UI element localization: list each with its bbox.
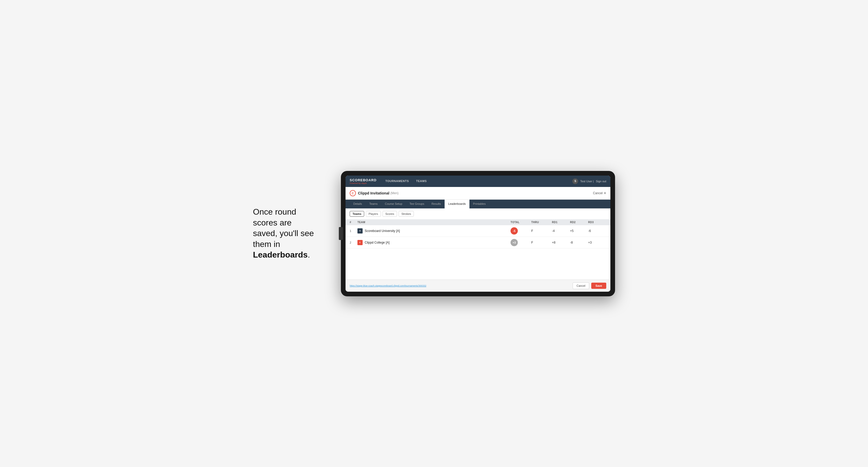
- user-name: Test User |: [580, 180, 594, 183]
- col-team: TEAM: [358, 221, 510, 224]
- desc-line4: them in: [253, 240, 280, 249]
- row1-rank: 1: [350, 229, 358, 232]
- row2-team-cell: C Clippd College [A]: [358, 240, 510, 245]
- row1-total: -5: [510, 227, 531, 235]
- row1-team-name: Scoreboard University [A]: [365, 229, 400, 233]
- url-bar: https://stage-blue-coach.stagescoreboard…: [350, 284, 570, 287]
- row2-team-name: Clippd College [A]: [365, 241, 390, 244]
- tablet-device: SCOREBOARD Powered by clippd TOURNAMENTS…: [341, 171, 615, 296]
- tab-printables[interactable]: Printables: [469, 199, 489, 209]
- table-header: # TEAM TOTAL THRU RD1 RD2 RD3: [345, 219, 610, 225]
- nav-teams[interactable]: TEAMS: [412, 176, 430, 187]
- desc-line5-end: .: [308, 250, 310, 259]
- table-row: 2 C Clippd College [A] +3 F +8 -8 +3: [345, 237, 610, 249]
- logo-subtitle: Powered by clippd: [350, 182, 377, 184]
- filter-row: Teams Players Scores Strokes: [345, 209, 610, 219]
- row2-score-badge: +3: [510, 239, 518, 246]
- tab-leaderboards[interactable]: Leaderboards: [444, 199, 469, 209]
- bottom-footer: https://stage-blue-coach.stagescoreboard…: [345, 280, 610, 292]
- col-rd2: RD2: [570, 221, 588, 224]
- footer-cancel-button[interactable]: Cancel: [572, 282, 589, 289]
- row2-team-logo: C: [358, 240, 363, 245]
- row2-rd1: +8: [552, 241, 570, 244]
- row1-rd2: +5: [570, 229, 588, 233]
- logo-title: SCOREBOARD: [350, 178, 377, 182]
- tab-course-setup[interactable]: Course Setup: [381, 199, 406, 209]
- header-cancel-label: Cancel: [593, 191, 602, 195]
- tournament-name: Clippd Invitational: [358, 191, 389, 195]
- desc-line3: saved, you'll see: [253, 228, 314, 238]
- close-icon: ✕: [604, 191, 606, 195]
- avatar: S: [572, 179, 578, 184]
- row2-thru: F: [531, 241, 552, 244]
- row1-team-logo: S: [358, 228, 363, 234]
- left-description: Once round scores are saved, you'll see …: [253, 207, 326, 260]
- sub-navigation: Details Teams Course Setup Tee Groups Re…: [345, 199, 610, 209]
- tournament-header: C Clippd Invitational (Men) Cancel ✕: [345, 187, 610, 199]
- tab-results[interactable]: Results: [428, 199, 444, 209]
- leaderboard-table: # TEAM TOTAL THRU RD1 RD2 RD3 1 S Scoreb…: [345, 219, 610, 249]
- top-navigation: SCOREBOARD Powered by clippd TOURNAMENTS…: [345, 176, 610, 187]
- row2-total: +3: [510, 239, 531, 246]
- tournament-icon: C: [350, 190, 356, 196]
- row1-thru: F: [531, 229, 552, 233]
- row1-rd3: -6: [588, 229, 606, 233]
- tournament-gender: (Men): [390, 191, 398, 195]
- app-logo: SCOREBOARD Powered by clippd: [350, 178, 377, 184]
- tab-teams[interactable]: Teams: [366, 199, 381, 209]
- filter-players[interactable]: Players: [366, 211, 381, 217]
- filter-strokes[interactable]: Strokes: [399, 211, 414, 217]
- col-thru: THRU: [531, 221, 552, 224]
- desc-line2: scores are: [253, 218, 291, 227]
- row2-rank: 2: [350, 241, 358, 244]
- tablet-screen: SCOREBOARD Powered by clippd TOURNAMENTS…: [345, 176, 610, 292]
- row2-rd2: -8: [570, 241, 588, 244]
- nav-right: S Test User | Sign out: [572, 179, 606, 184]
- desc-line5-bold: Leaderboards: [253, 250, 308, 259]
- col-rank: #: [350, 221, 358, 224]
- empty-content-area: [345, 249, 610, 280]
- row2-rd3: +3: [588, 241, 606, 244]
- filter-teams[interactable]: Teams: [350, 211, 364, 217]
- table-row: 1 S Scoreboard University [A] -5 F -4 +5…: [345, 225, 610, 237]
- row1-rd1: -4: [552, 229, 570, 233]
- header-cancel-button[interactable]: Cancel ✕: [593, 191, 606, 195]
- desc-line1: Once round: [253, 207, 296, 216]
- col-total: TOTAL: [510, 221, 531, 224]
- col-rd1: RD1: [552, 221, 570, 224]
- nav-tournaments[interactable]: TOURNAMENTS: [382, 176, 412, 187]
- col-rd3: RD3: [588, 221, 606, 224]
- tab-tee-groups[interactable]: Tee Groups: [406, 199, 428, 209]
- footer-save-button[interactable]: Save: [591, 283, 606, 289]
- row1-score-badge: -5: [510, 227, 518, 235]
- nav-links: TOURNAMENTS TEAMS: [382, 176, 430, 187]
- row1-team-cell: S Scoreboard University [A]: [358, 228, 510, 234]
- tab-details[interactable]: Details: [350, 199, 366, 209]
- sign-out-link[interactable]: Sign out: [596, 180, 606, 183]
- page-wrapper: Once round scores are saved, you'll see …: [253, 171, 615, 296]
- tablet-side-button: [339, 227, 343, 240]
- filter-scores[interactable]: Scores: [382, 211, 397, 217]
